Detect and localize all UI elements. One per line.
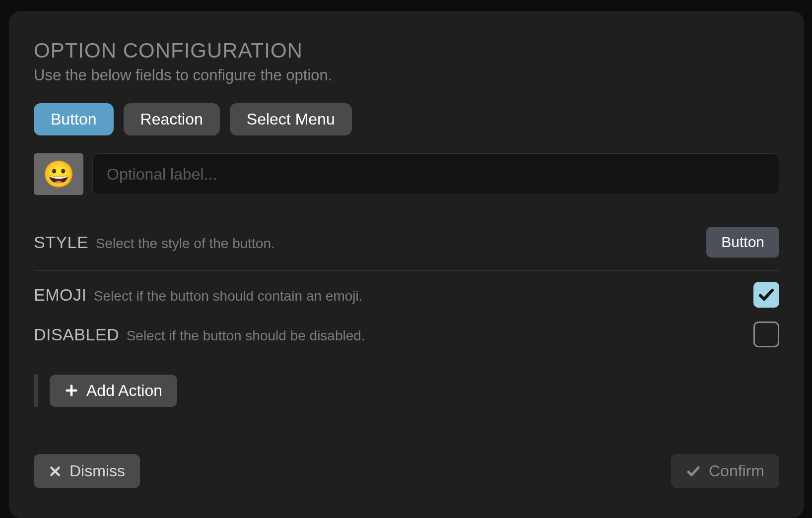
style-text: STYLE Select the style of the button. xyxy=(34,233,275,252)
disabled-checkbox[interactable] xyxy=(753,322,779,347)
emoji-row: EMOJI Select if the button should contai… xyxy=(34,275,779,315)
modal-footer: Dismiss Confirm xyxy=(34,454,779,488)
label-input[interactable] xyxy=(92,153,779,195)
emoji-title: EMOJI xyxy=(34,285,86,304)
dismiss-button[interactable]: Dismiss xyxy=(34,454,140,488)
emoji-checkbox[interactable] xyxy=(753,282,779,308)
check-icon xyxy=(686,464,701,479)
disabled-title: DISABLED xyxy=(34,325,119,344)
plus-icon xyxy=(65,384,78,397)
close-icon xyxy=(49,465,62,478)
add-action-button[interactable]: Add Action xyxy=(50,375,177,407)
emoji-description: Select if the button should contain an e… xyxy=(94,288,363,304)
disabled-description: Select if the button should be disabled. xyxy=(127,328,365,343)
confirm-label: Confirm xyxy=(709,462,764,480)
dismiss-label: Dismiss xyxy=(69,462,125,480)
label-row: 😀 xyxy=(34,153,779,195)
divider xyxy=(34,270,779,271)
emoji-text: EMOJI Select if the button should contai… xyxy=(34,285,363,305)
tab-select-menu[interactable]: Select Menu xyxy=(230,103,352,135)
modal-title: OPTION CONFIGURATION xyxy=(34,39,779,63)
option-configuration-modal: OPTION CONFIGURATION Use the below field… xyxy=(9,11,804,518)
confirm-button[interactable]: Confirm xyxy=(671,454,779,488)
option-type-tabs: Button Reaction Select Menu xyxy=(34,103,779,135)
style-select-button[interactable]: Button xyxy=(706,227,779,258)
emoji-picker-button[interactable]: 😀 xyxy=(34,153,83,195)
disabled-text: DISABLED Select if the button should be … xyxy=(34,325,365,344)
style-title: STYLE xyxy=(34,233,88,252)
modal-subtitle: Use the below fields to configure the op… xyxy=(34,66,779,84)
action-block: Add Action xyxy=(34,374,779,407)
add-action-label: Add Action xyxy=(86,382,162,400)
check-icon xyxy=(757,286,775,304)
grinning-face-icon: 😀 xyxy=(43,161,75,187)
tab-button[interactable]: Button xyxy=(34,103,114,135)
disabled-row: DISABLED Select if the button should be … xyxy=(34,315,779,354)
action-indicator-bar xyxy=(34,374,38,407)
tab-reaction[interactable]: Reaction xyxy=(124,103,220,135)
style-description: Select the style of the button. xyxy=(96,236,275,251)
style-row: STYLE Select the style of the button. Bu… xyxy=(34,220,779,264)
